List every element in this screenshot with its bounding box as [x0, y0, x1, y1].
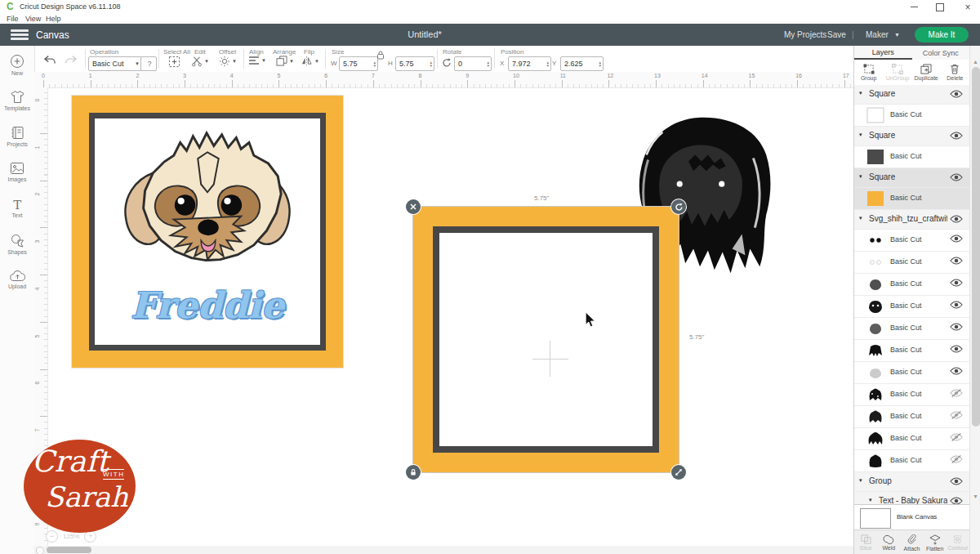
dog-nose-blob-thumbnail[interactable]	[866, 276, 885, 293]
sidebar-item-shapes[interactable]: Shapes	[0, 234, 34, 255]
layer-group-row[interactable]: ▾Group	[854, 472, 969, 492]
sidebar-item-new[interactable]: New	[0, 54, 34, 76]
stepper-icon[interactable]: ▴▾	[599, 60, 601, 67]
stepper-icon[interactable]: ▴▾	[487, 60, 489, 67]
rotate-input[interactable]: 0 ▴▾	[454, 56, 492, 71]
my-projects-link[interactable]: My Projects	[784, 30, 826, 39]
slice-button[interactable]: Slice	[854, 530, 877, 554]
stepper-icon[interactable]: ▴▾	[546, 60, 549, 67]
layer-row[interactable]: Basic Cut	[854, 252, 969, 274]
visibility-eye-icon[interactable]	[950, 256, 963, 266]
minimize-button[interactable]	[905, 2, 923, 12]
dog-eyes-thumbnail[interactable]	[866, 232, 885, 248]
redo-icon[interactable]	[64, 54, 78, 65]
layer-row[interactable]: Basic Cut	[854, 274, 969, 296]
layer-row[interactable]: Basic Cut	[854, 105, 969, 127]
visibility-eye-icon[interactable]	[950, 496, 963, 504]
horizontal-scrollbar[interactable]	[34, 546, 853, 554]
dog-head-dark-thumbnail[interactable]	[866, 409, 885, 425]
layer-row[interactable]: Basic Cut	[854, 384, 969, 406]
select-all-button[interactable]	[168, 56, 180, 68]
lock-handle[interactable]	[406, 465, 421, 480]
layer-row[interactable]: Basic Cut	[854, 428, 969, 450]
visibility-eye-icon[interactable]	[950, 322, 963, 332]
visibility-eye-icon[interactable]	[950, 300, 963, 310]
sidebar-item-images[interactable]: Images	[0, 162, 34, 182]
caret-down-icon[interactable]: ▾	[859, 215, 862, 221]
tab-color-sync[interactable]: Color Sync	[912, 46, 970, 60]
swatch-yellow-thumbnail[interactable]	[866, 190, 885, 207]
caret-down-icon[interactable]: ▾	[859, 132, 862, 138]
sidebar-item-projects[interactable]: Projects	[0, 126, 34, 147]
menu-view[interactable]: View	[25, 15, 41, 23]
dog-blob-gray-thumbnail[interactable]	[866, 320, 885, 337]
edit-button[interactable]: ▼	[191, 56, 209, 67]
layer-row[interactable]: Basic Cut	[854, 362, 969, 384]
scrollbar-thumb[interactable]	[47, 547, 91, 553]
group-button[interactable]: Group	[854, 60, 883, 85]
ungroup-button[interactable]: UnGroup	[883, 60, 911, 85]
lock-ratio-icon[interactable]	[376, 51, 385, 60]
flatten-button[interactable]: Flatten	[924, 530, 947, 554]
stepper-icon[interactable]: ▴▾	[430, 60, 432, 67]
scrollbar-thumb[interactable]	[972, 67, 980, 427]
chevron-down-icon[interactable]: ▼	[894, 32, 900, 38]
width-input[interactable]: 5.75 ▴▾	[339, 56, 378, 71]
contour-button[interactable]: Contour	[947, 530, 969, 554]
visibility-hidden-icon[interactable]	[950, 432, 963, 442]
visibility-eye-icon[interactable]	[950, 366, 963, 376]
flip-button[interactable]: ▼	[301, 56, 319, 66]
visibility-hidden-icon[interactable]	[950, 410, 963, 420]
scrollbar-knob[interactable]	[36, 547, 44, 554]
layer-row[interactable]: Basic Cut	[854, 146, 969, 168]
freddie-design-group[interactable]: Freddie	[72, 96, 343, 368]
y-input[interactable]: 2.625 ▴▾	[560, 56, 604, 71]
visibility-eye-icon[interactable]	[950, 278, 963, 288]
caret-down-icon[interactable]: ▾	[859, 90, 862, 96]
layer-row[interactable]: Basic Cut	[854, 318, 969, 340]
help-button[interactable]: ?	[140, 56, 157, 71]
selected-square-shape[interactable]: 5.75" 5.75"	[413, 207, 679, 472]
layer-row[interactable]: Basic Cut	[854, 450, 969, 472]
height-input[interactable]: 5.75 ▴▾	[395, 56, 434, 71]
hamburger-menu-icon[interactable]	[11, 29, 29, 40]
caret-down-icon[interactable]: ▾	[869, 497, 872, 503]
machine-select[interactable]: Maker	[866, 30, 889, 39]
delete-handle[interactable]	[406, 199, 421, 214]
align-button[interactable]: ▼	[248, 56, 266, 65]
layers-scrollbar[interactable]: ▲ ▼	[969, 46, 980, 554]
stepper-icon[interactable]: ▴▾	[373, 60, 376, 67]
zoom-out-button[interactable]: −	[46, 530, 58, 543]
close-button[interactable]: ×	[959, 2, 977, 12]
visibility-eye-icon[interactable]	[950, 172, 963, 182]
caret-down-icon[interactable]: ▾	[859, 477, 862, 484]
menu-help[interactable]: Help	[46, 15, 61, 23]
delete-button[interactable]: Delete	[941, 60, 969, 85]
undo-icon[interactable]	[42, 54, 57, 65]
layer-row[interactable]: Basic Cut	[854, 188, 969, 210]
layer-group-row[interactable]: ▾Square	[854, 168, 969, 188]
dog-hair-black-thumbnail[interactable]	[866, 342, 885, 359]
x-input[interactable]: 7.972 ▴▾	[508, 56, 551, 71]
offset-button[interactable]: ▼	[219, 56, 237, 67]
visibility-eye-icon[interactable]	[950, 344, 963, 354]
layer-row[interactable]: Basic Cut	[854, 340, 969, 362]
maximize-button[interactable]	[931, 2, 949, 12]
weld-button[interactable]: Weld	[877, 530, 900, 554]
dog-shape-light-thumbnail[interactable]	[866, 364, 885, 381]
layer-row[interactable]: Basic Cut	[854, 406, 969, 428]
freddie-text[interactable]: Freddie	[95, 284, 320, 326]
sidebar-item-text[interactable]: T Text	[0, 198, 34, 218]
rotate-handle[interactable]	[671, 199, 686, 214]
dog-head-fluffy-thumbnail[interactable]	[866, 431, 885, 447]
visibility-hidden-icon[interactable]	[950, 388, 963, 398]
swatch-white-thumbnail[interactable]	[866, 107, 885, 123]
layer-group-row[interactable]: ▾Text - Baby Sakura	[854, 492, 969, 504]
tab-layers[interactable]: Layers	[854, 46, 912, 60]
visibility-eye-icon[interactable]	[950, 214, 963, 224]
layer-row[interactable]: Basic Cut	[854, 230, 969, 252]
visibility-eye-icon[interactable]	[950, 89, 963, 99]
dog-head-solid-thumbnail[interactable]	[866, 453, 885, 469]
layer-group-row[interactable]: ▾Svg_shih_tzu_craftwithsar...	[854, 210, 969, 230]
resize-handle[interactable]	[671, 465, 686, 480]
